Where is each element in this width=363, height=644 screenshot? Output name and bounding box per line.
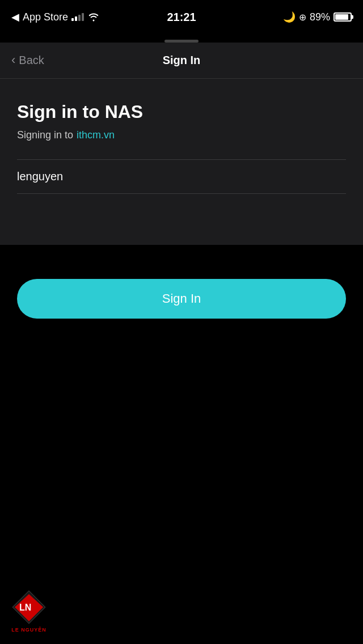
content-area: Sign in to NAS Signing in to ithcm.vn xyxy=(0,79,363,245)
sign-in-button[interactable]: Sign In xyxy=(17,279,346,319)
circle-icon: ⊕ xyxy=(299,12,306,23)
svg-text:LN: LN xyxy=(19,603,31,612)
battery-icon xyxy=(334,12,352,22)
password-input[interactable] xyxy=(17,204,346,217)
back-arrow-icon: ◀ xyxy=(11,11,19,23)
carrier-label: App Store xyxy=(23,11,68,23)
page-heading: Sign in to NAS xyxy=(17,101,346,122)
back-button[interactable]: ‹ Back xyxy=(11,53,44,67)
username-input[interactable] xyxy=(17,170,346,183)
domain-link[interactable]: ithcm.vn xyxy=(77,129,115,141)
signal-icon xyxy=(71,13,84,21)
watermark: LN LE NGUYÊN xyxy=(11,590,47,633)
watermark-logo: LN xyxy=(11,590,47,625)
moon-icon: 🌙 xyxy=(283,11,296,23)
black-section: Sign In xyxy=(0,245,363,336)
watermark-label: LE NGUYÊN xyxy=(11,627,47,633)
status-time: 21:21 xyxy=(167,11,196,24)
chevron-left-icon: ‹ xyxy=(11,53,15,67)
battery-percent-label: 89% xyxy=(310,11,330,23)
sign-in-subtitle: Signing in to ithcm.vn xyxy=(17,129,346,141)
back-label: Back xyxy=(19,54,44,67)
nav-bar: ‹ Back Sign In xyxy=(0,43,363,79)
status-right: 🌙 ⊕ 89% xyxy=(283,11,352,23)
password-row xyxy=(17,194,346,228)
wifi-icon xyxy=(87,12,100,22)
username-row xyxy=(17,159,346,194)
nav-title: Sign In xyxy=(163,54,201,67)
status-bar: ◀ App Store 21:21 🌙 ⊕ 89% xyxy=(0,0,363,34)
status-left: ◀ App Store xyxy=(11,11,100,23)
subtitle-prefix: Signing in to xyxy=(17,129,73,141)
